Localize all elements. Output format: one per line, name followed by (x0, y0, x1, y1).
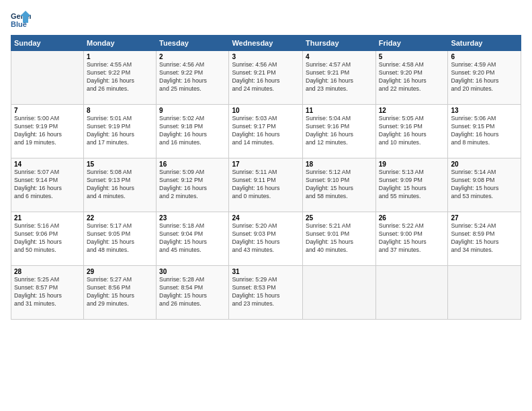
day-number: 23 (159, 214, 226, 222)
day-info: Sunrise: 5:16 AM Sunset: 9:06 PM Dayligh… (14, 222, 81, 255)
day-number: 5 (379, 53, 445, 60)
day-cell: 4Sunrise: 4:57 AM Sunset: 9:21 PM Daylig… (303, 51, 376, 105)
week-row-3: 14Sunrise: 5:07 AM Sunset: 9:14 PM Dayli… (11, 158, 521, 212)
day-cell (303, 266, 376, 320)
day-cell: 30Sunrise: 5:28 AM Sunset: 8:54 PM Dayli… (157, 266, 229, 320)
day-number: 14 (14, 161, 81, 168)
day-info: Sunrise: 5:29 AM Sunset: 8:53 PM Dayligh… (232, 276, 300, 308)
day-number: 3 (232, 53, 300, 60)
day-cell: 14Sunrise: 5:07 AM Sunset: 9:14 PM Dayli… (11, 158, 84, 212)
day-number: 1 (87, 53, 153, 60)
header-row: SundayMondayTuesdayWednesdayThursdayFrid… (11, 36, 521, 51)
day-cell: 26Sunrise: 5:22 AM Sunset: 9:00 PM Dayli… (375, 212, 448, 266)
day-number: 26 (379, 214, 445, 222)
day-cell: 25Sunrise: 5:21 AM Sunset: 9:01 PM Dayli… (303, 212, 376, 266)
day-number: 31 (232, 268, 300, 275)
day-number: 12 (379, 107, 445, 114)
day-info: Sunrise: 4:56 AM Sunset: 9:22 PM Dayligh… (159, 61, 226, 93)
day-info: Sunrise: 4:55 AM Sunset: 9:22 PM Dayligh… (87, 61, 153, 93)
header-cell-tuesday: Tuesday (157, 36, 229, 51)
day-info: Sunrise: 5:08 AM Sunset: 9:13 PM Dayligh… (87, 169, 153, 201)
header-cell-sunday: Sunday (11, 36, 84, 51)
day-number: 7 (14, 107, 81, 114)
day-number: 20 (451, 161, 518, 168)
header-cell-monday: Monday (83, 36, 156, 51)
day-cell (375, 266, 448, 320)
day-info: Sunrise: 5:28 AM Sunset: 8:54 PM Dayligh… (159, 276, 226, 308)
header-cell-wednesday: Wednesday (229, 36, 303, 51)
logo-icon: General Blue (11, 11, 31, 30)
day-number: 16 (159, 161, 226, 168)
header: General Blue (11, 11, 521, 30)
day-number: 18 (306, 161, 373, 168)
header-cell-friday: Friday (375, 36, 448, 51)
day-cell: 28Sunrise: 5:25 AM Sunset: 8:57 PM Dayli… (11, 266, 84, 320)
day-info: Sunrise: 5:00 AM Sunset: 9:19 PM Dayligh… (14, 115, 81, 147)
day-number: 28 (14, 268, 81, 275)
day-number: 27 (451, 214, 518, 222)
day-cell: 31Sunrise: 5:29 AM Sunset: 8:53 PM Dayli… (229, 266, 303, 320)
day-info: Sunrise: 5:22 AM Sunset: 9:00 PM Dayligh… (379, 222, 445, 255)
day-number: 30 (159, 268, 226, 275)
day-info: Sunrise: 5:02 AM Sunset: 9:18 PM Dayligh… (159, 115, 226, 147)
day-info: Sunrise: 4:56 AM Sunset: 9:21 PM Dayligh… (232, 61, 300, 93)
day-cell: 27Sunrise: 5:24 AM Sunset: 8:59 PM Dayli… (448, 212, 521, 266)
week-row-5: 28Sunrise: 5:25 AM Sunset: 8:57 PM Dayli… (11, 266, 521, 320)
day-cell: 1Sunrise: 4:55 AM Sunset: 9:22 PM Daylig… (83, 51, 156, 105)
day-number: 24 (232, 214, 300, 222)
header-cell-thursday: Thursday (303, 36, 376, 51)
week-row-4: 21Sunrise: 5:16 AM Sunset: 9:06 PM Dayli… (11, 212, 521, 266)
day-cell: 29Sunrise: 5:27 AM Sunset: 8:56 PM Dayli… (83, 266, 156, 320)
day-info: Sunrise: 4:59 AM Sunset: 9:20 PM Dayligh… (451, 61, 518, 93)
day-cell: 3Sunrise: 4:56 AM Sunset: 9:21 PM Daylig… (229, 51, 303, 105)
calendar-table: SundayMondayTuesdayWednesdayThursdayFrid… (11, 35, 521, 320)
day-cell: 6Sunrise: 4:59 AM Sunset: 9:20 PM Daylig… (448, 51, 521, 105)
day-number: 2 (159, 53, 226, 60)
day-info: Sunrise: 5:25 AM Sunset: 8:57 PM Dayligh… (14, 276, 81, 308)
day-info: Sunrise: 5:18 AM Sunset: 9:04 PM Dayligh… (159, 222, 226, 255)
day-info: Sunrise: 5:14 AM Sunset: 9:08 PM Dayligh… (451, 169, 518, 201)
day-cell: 12Sunrise: 5:05 AM Sunset: 9:16 PM Dayli… (375, 105, 448, 158)
day-cell: 15Sunrise: 5:08 AM Sunset: 9:13 PM Dayli… (83, 158, 156, 212)
day-cell: 2Sunrise: 4:56 AM Sunset: 9:22 PM Daylig… (157, 51, 229, 105)
day-number: 19 (379, 161, 445, 168)
day-cell: 22Sunrise: 5:17 AM Sunset: 9:05 PM Dayli… (83, 212, 156, 266)
day-number: 21 (14, 214, 81, 222)
day-number: 22 (87, 214, 153, 222)
day-cell: 11Sunrise: 5:04 AM Sunset: 9:16 PM Dayli… (303, 105, 376, 158)
header-cell-saturday: Saturday (448, 36, 521, 51)
day-info: Sunrise: 5:17 AM Sunset: 9:05 PM Dayligh… (87, 222, 153, 255)
day-info: Sunrise: 5:04 AM Sunset: 9:16 PM Dayligh… (306, 115, 373, 147)
day-info: Sunrise: 5:13 AM Sunset: 9:09 PM Dayligh… (379, 169, 445, 201)
day-number: 29 (87, 268, 153, 275)
day-info: Sunrise: 5:24 AM Sunset: 8:59 PM Dayligh… (451, 222, 518, 255)
day-info: Sunrise: 5:27 AM Sunset: 8:56 PM Dayligh… (87, 276, 153, 308)
day-info: Sunrise: 5:03 AM Sunset: 9:17 PM Dayligh… (232, 115, 300, 147)
day-number: 11 (306, 107, 373, 114)
day-cell: 13Sunrise: 5:06 AM Sunset: 9:15 PM Dayli… (448, 105, 521, 158)
week-row-2: 7Sunrise: 5:00 AM Sunset: 9:19 PM Daylig… (11, 105, 521, 158)
day-cell: 23Sunrise: 5:18 AM Sunset: 9:04 PM Dayli… (157, 212, 229, 266)
day-cell: 10Sunrise: 5:03 AM Sunset: 9:17 PM Dayli… (229, 105, 303, 158)
day-number: 13 (451, 107, 518, 114)
day-number: 8 (87, 107, 153, 114)
day-cell: 8Sunrise: 5:01 AM Sunset: 9:19 PM Daylig… (83, 105, 156, 158)
logo: General Blue (11, 11, 35, 30)
week-row-1: 1Sunrise: 4:55 AM Sunset: 9:22 PM Daylig… (11, 51, 521, 105)
day-info: Sunrise: 5:21 AM Sunset: 9:01 PM Dayligh… (306, 222, 373, 255)
day-cell: 19Sunrise: 5:13 AM Sunset: 9:09 PM Dayli… (375, 158, 448, 212)
day-info: Sunrise: 5:12 AM Sunset: 9:10 PM Dayligh… (306, 169, 373, 201)
day-number: 4 (306, 53, 373, 60)
page: General Blue SundayMondayTuesdayWednesda… (0, 0, 532, 411)
day-number: 15 (87, 161, 153, 168)
day-number: 25 (306, 214, 373, 222)
day-info: Sunrise: 5:07 AM Sunset: 9:14 PM Dayligh… (14, 169, 81, 201)
day-info: Sunrise: 5:11 AM Sunset: 9:11 PM Dayligh… (232, 169, 300, 201)
day-number: 10 (232, 107, 300, 114)
day-cell (11, 51, 84, 105)
day-cell: 5Sunrise: 4:58 AM Sunset: 9:20 PM Daylig… (375, 51, 448, 105)
day-cell: 20Sunrise: 5:14 AM Sunset: 9:08 PM Dayli… (448, 158, 521, 212)
day-number: 17 (232, 161, 300, 168)
day-info: Sunrise: 5:01 AM Sunset: 9:19 PM Dayligh… (87, 115, 153, 147)
day-cell: 21Sunrise: 5:16 AM Sunset: 9:06 PM Dayli… (11, 212, 84, 266)
